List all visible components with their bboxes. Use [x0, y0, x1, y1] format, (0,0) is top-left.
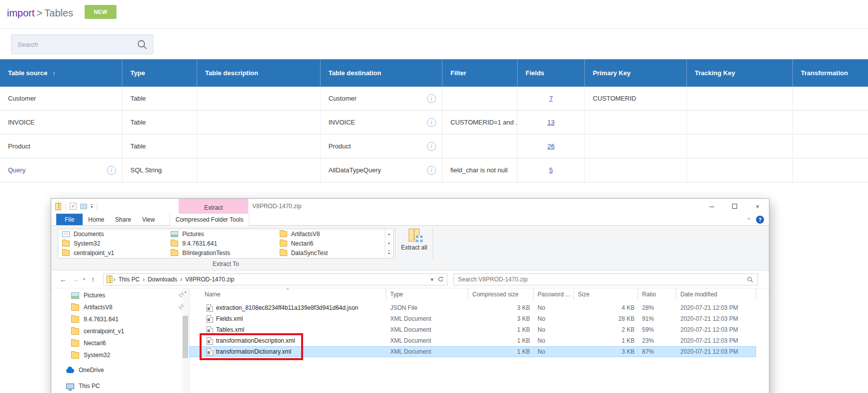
- extract-to-folder[interactable]: ArtifactsV8: [276, 229, 384, 239]
- breadcrumb-import[interactable]: import: [7, 7, 35, 18]
- nav-pane-item[interactable]: 9.4.7631.641: [51, 313, 189, 325]
- back-icon[interactable]: ←: [57, 275, 69, 283]
- nav-item-icon: [66, 384, 74, 389]
- fields-count-link[interactable]: 26: [547, 142, 554, 150]
- filter-value: field_char is not null: [450, 166, 508, 174]
- address-crumb[interactable]: This PC: [115, 276, 143, 283]
- gallery-scroll-up-icon[interactable]: ▴: [385, 230, 393, 239]
- fields-count-link[interactable]: 13: [547, 119, 554, 126]
- new-folder-icon[interactable]: [80, 204, 87, 209]
- extract-to-folder-label: centralpoint_v1: [74, 250, 114, 257]
- file-column-header[interactable]: Date modified: [676, 288, 756, 300]
- cell-destination: Product i: [320, 134, 442, 158]
- file-column-header[interactable]: Ratio: [638, 288, 676, 300]
- file-size-cell: 3 KB: [574, 346, 638, 357]
- grid-row[interactable]: Query i SQL String AllDataTypeQuery i fi…: [0, 158, 868, 182]
- folder-icon: [280, 241, 287, 247]
- extract-all-button[interactable]: Extract all: [400, 229, 429, 266]
- file-row[interactable]: Fields.xml XML Document 3 KB No 28 KB 91…: [190, 313, 756, 324]
- nav-pane-item[interactable]: Nectari6: [51, 337, 189, 349]
- ribbon: ▴ ▾ ▾ Documents System32: [51, 226, 769, 270]
- grid-column-header[interactable]: Type ↑: [122, 59, 197, 87]
- grid-column-header[interactable]: Table destination ↑: [320, 59, 442, 87]
- info-icon[interactable]: i: [427, 94, 436, 103]
- minimize-button[interactable]: ─: [700, 199, 723, 214]
- grid-column-header[interactable]: Table source ↑: [0, 59, 122, 87]
- extract-to-folder[interactable]: DataSyncTest: [276, 249, 384, 258]
- grid-column-header[interactable]: Primary Key ↑: [584, 59, 686, 87]
- file-column-header[interactable]: Size: [574, 288, 638, 300]
- gallery-scroll-down-icon[interactable]: ▾: [385, 239, 393, 249]
- nav-pane-item[interactable]: centralpoint_v1: [51, 325, 189, 337]
- menu-tab[interactable]: File: [56, 214, 83, 225]
- cell-primary-key: [584, 111, 686, 134]
- nav-pane-item[interactable]: This PC: [51, 380, 189, 392]
- info-icon[interactable]: i: [427, 118, 436, 127]
- properties-check-icon[interactable]: [70, 203, 77, 210]
- forward-icon[interactable]: →: [69, 275, 81, 283]
- nav-pane-item[interactable]: System32: [51, 349, 189, 361]
- file-column-header[interactable]: Compressed size: [468, 288, 534, 300]
- extract-to-folder[interactable]: Pictures: [167, 229, 275, 239]
- extract-to-folder[interactable]: 9.4.7631.641: [167, 239, 275, 248]
- search-icon[interactable]: [747, 276, 754, 283]
- title-bar[interactable]: | ▾ | Extract V8PROD-1470.zip ─ ×: [51, 199, 769, 214]
- grid-row[interactable]: Product i Table Product i 26: [0, 134, 868, 158]
- gallery-more-icon[interactable]: ▾: [385, 248, 393, 258]
- menu-tab[interactable]: Compressed Folder Tools: [170, 214, 249, 226]
- grid-column-header[interactable]: Transformation ↑: [792, 59, 868, 87]
- grid-column-header[interactable]: Tracking Key ↑: [686, 59, 792, 87]
- new-button[interactable]: NEW: [85, 5, 116, 19]
- help-icon[interactable]: ?: [756, 216, 764, 224]
- nav-pane-item[interactable]: OneDrive: [51, 364, 189, 376]
- table-source-value: Query: [8, 166, 25, 174]
- up-icon[interactable]: ↑: [87, 275, 99, 283]
- extract-to-folder[interactable]: centralpoint_v1: [58, 249, 167, 258]
- file-date-modified-cell: 2020-07-21 12:03 PM: [676, 346, 756, 357]
- address-bar[interactable]: › This PC › Downloads › V8PROD-1470.zip …: [103, 273, 447, 285]
- ribbon-group-separator: [395, 228, 396, 259]
- fields-count-link[interactable]: 7: [549, 95, 552, 102]
- filter-value: CUSTOMERID=1 and ...: [450, 119, 517, 126]
- grid-row[interactable]: Customer i Table Customer i 7 CUSTOMERID: [0, 87, 868, 111]
- menu-tab[interactable]: Share: [109, 214, 136, 225]
- address-crumb[interactable]: Downloads: [145, 276, 180, 283]
- collapse-ribbon-icon[interactable]: ^: [748, 217, 750, 223]
- cell-filter: [442, 87, 517, 110]
- recent-locations-dropdown-icon[interactable]: ▾: [81, 277, 87, 281]
- close-button[interactable]: ×: [746, 199, 769, 214]
- menu-tab[interactable]: View: [136, 214, 160, 225]
- extract-to-folder[interactable]: Documents: [58, 229, 167, 239]
- cell-tracking-key: [686, 87, 792, 110]
- fields-count-link[interactable]: 5: [549, 166, 552, 174]
- grid-column-header[interactable]: Fields ↑: [517, 59, 584, 87]
- file-column-header[interactable]: Password ...: [534, 288, 574, 300]
- address-dropdown-icon[interactable]: ▾: [431, 276, 434, 283]
- file-column-header[interactable]: Type: [386, 288, 468, 300]
- grid-column-header[interactable]: Filter ↑: [442, 59, 517, 87]
- menu-tab[interactable]: Home: [83, 214, 109, 225]
- customize-toolbar-dropdown-icon[interactable]: ▾: [91, 204, 93, 209]
- extract-to-folder[interactable]: System32: [58, 239, 167, 248]
- grid-row[interactable]: INVOICE i Table INVOICE i CUSTOMERID=1 a…: [0, 111, 868, 134]
- nav-pane-item[interactable]: Pictures: [51, 289, 189, 301]
- cell-fields: 7: [517, 87, 584, 110]
- file-row[interactable]: extraction_8108ec8234ff4b11a139e8f3d941d…: [190, 302, 756, 313]
- breadcrumb-page: Tables: [44, 7, 73, 18]
- info-icon[interactable]: i: [427, 142, 436, 151]
- extract-to-folder[interactable]: BIIntegrationTests: [167, 249, 275, 258]
- search-icon[interactable]: [137, 39, 148, 50]
- sort-asc-icon[interactable]: ↑: [52, 69, 56, 77]
- extract-to-folder[interactable]: Nectari6: [276, 239, 384, 248]
- maximize-button[interactable]: [723, 199, 746, 214]
- address-crumb[interactable]: V8PROD-1470.zip: [182, 276, 237, 283]
- folder-icon: [171, 241, 178, 247]
- nav-pane-item[interactable]: ArtifactsV8: [51, 301, 189, 313]
- grid-column-header[interactable]: Table description ↑: [197, 59, 320, 87]
- refresh-icon[interactable]: [437, 276, 444, 282]
- info-icon[interactable]: i: [427, 166, 436, 175]
- info-icon[interactable]: i: [107, 166, 116, 175]
- search-input[interactable]: Search: [11, 34, 153, 54]
- explorer-search-input[interactable]: Search V8PROD-1470.zip: [453, 273, 758, 285]
- name-sort-indicator-icon: ^: [287, 287, 289, 292]
